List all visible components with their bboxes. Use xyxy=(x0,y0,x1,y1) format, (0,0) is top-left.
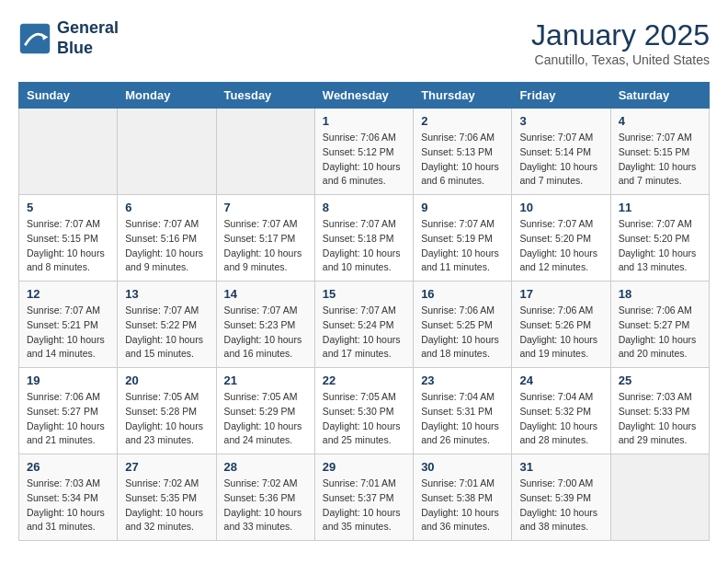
calendar-cell: 11Sunrise: 7:07 AM Sunset: 5:20 PM Dayli… xyxy=(610,195,709,282)
day-info: Sunrise: 7:05 AM Sunset: 5:28 PM Dayligh… xyxy=(125,390,208,448)
day-number: 28 xyxy=(224,460,307,474)
day-info: Sunrise: 7:07 AM Sunset: 5:16 PM Dayligh… xyxy=(125,217,208,275)
day-number: 17 xyxy=(519,287,602,301)
day-info: Sunrise: 7:06 AM Sunset: 5:26 PM Dayligh… xyxy=(519,304,602,362)
calendar-table: SundayMondayTuesdayWednesdayThursdayFrid… xyxy=(18,82,710,541)
day-info: Sunrise: 7:05 AM Sunset: 5:30 PM Dayligh… xyxy=(323,390,405,448)
calendar-cell: 31Sunrise: 7:00 AM Sunset: 5:39 PM Dayli… xyxy=(512,454,610,541)
calendar-week-1: 1Sunrise: 7:06 AM Sunset: 5:12 PM Daylig… xyxy=(19,109,710,195)
calendar-cell: 2Sunrise: 7:06 AM Sunset: 5:13 PM Daylig… xyxy=(414,109,512,195)
day-info: Sunrise: 7:01 AM Sunset: 5:37 PM Dayligh… xyxy=(323,477,405,534)
calendar-cell xyxy=(19,109,118,195)
calendar-cell: 18Sunrise: 7:06 AM Sunset: 5:27 PM Dayli… xyxy=(610,282,709,368)
day-number: 2 xyxy=(421,114,504,128)
day-info: Sunrise: 7:02 AM Sunset: 5:35 PM Dayligh… xyxy=(125,477,208,534)
day-number: 1 xyxy=(323,114,405,128)
day-info: Sunrise: 7:07 AM Sunset: 5:20 PM Dayligh… xyxy=(619,217,701,275)
calendar-week-5: 26Sunrise: 7:03 AM Sunset: 5:34 PM Dayli… xyxy=(19,454,710,541)
day-number: 22 xyxy=(323,373,405,387)
day-info: Sunrise: 7:02 AM Sunset: 5:36 PM Dayligh… xyxy=(224,477,307,534)
weekday-header-saturday: Saturday xyxy=(610,83,709,109)
weekday-header-tuesday: Tuesday xyxy=(216,83,314,109)
calendar-cell: 13Sunrise: 7:07 AM Sunset: 5:22 PM Dayli… xyxy=(118,282,216,368)
day-number: 27 xyxy=(125,460,208,474)
calendar-subtitle: Canutillo, Texas, United States xyxy=(531,52,710,67)
day-info: Sunrise: 7:07 AM Sunset: 5:22 PM Dayligh… xyxy=(125,304,208,362)
logo-icon xyxy=(18,22,51,55)
weekday-header-row: SundayMondayTuesdayWednesdayThursdayFrid… xyxy=(19,83,710,109)
day-info: Sunrise: 7:07 AM Sunset: 5:23 PM Dayligh… xyxy=(224,304,307,362)
logo-line2: Blue xyxy=(57,39,119,59)
calendar-week-3: 12Sunrise: 7:07 AM Sunset: 5:21 PM Dayli… xyxy=(19,282,710,368)
calendar-title: January 2025 xyxy=(531,18,710,52)
day-info: Sunrise: 7:07 AM Sunset: 5:17 PM Dayligh… xyxy=(224,217,307,275)
day-info: Sunrise: 7:04 AM Sunset: 5:31 PM Dayligh… xyxy=(421,390,504,448)
calendar-cell: 20Sunrise: 7:05 AM Sunset: 5:28 PM Dayli… xyxy=(118,368,216,454)
day-info: Sunrise: 7:07 AM Sunset: 5:24 PM Dayligh… xyxy=(323,304,405,362)
day-info: Sunrise: 7:03 AM Sunset: 5:34 PM Dayligh… xyxy=(27,477,109,534)
calendar-cell: 8Sunrise: 7:07 AM Sunset: 5:18 PM Daylig… xyxy=(314,195,413,282)
calendar-cell: 12Sunrise: 7:07 AM Sunset: 5:21 PM Dayli… xyxy=(19,282,118,368)
day-number: 4 xyxy=(619,114,701,128)
day-number: 25 xyxy=(619,373,701,387)
day-info: Sunrise: 7:04 AM Sunset: 5:32 PM Dayligh… xyxy=(519,390,602,448)
day-number: 31 xyxy=(519,460,602,474)
calendar-cell: 25Sunrise: 7:03 AM Sunset: 5:33 PM Dayli… xyxy=(610,368,709,454)
day-number: 23 xyxy=(421,373,504,387)
day-info: Sunrise: 7:06 AM Sunset: 5:25 PM Dayligh… xyxy=(421,304,504,362)
logo: General Blue xyxy=(18,18,119,58)
day-number: 7 xyxy=(224,201,307,214)
page-header: General Blue January 2025 Canutillo, Tex… xyxy=(18,18,710,67)
day-info: Sunrise: 7:07 AM Sunset: 5:20 PM Dayligh… xyxy=(519,217,602,275)
day-number: 20 xyxy=(125,373,208,387)
day-number: 12 xyxy=(27,287,109,301)
day-number: 29 xyxy=(323,460,405,474)
day-number: 5 xyxy=(27,201,109,214)
day-info: Sunrise: 7:00 AM Sunset: 5:39 PM Dayligh… xyxy=(519,477,602,534)
calendar-cell: 7Sunrise: 7:07 AM Sunset: 5:17 PM Daylig… xyxy=(216,195,314,282)
calendar-cell: 26Sunrise: 7:03 AM Sunset: 5:34 PM Dayli… xyxy=(19,454,118,541)
day-number: 14 xyxy=(224,287,307,301)
calendar-cell: 29Sunrise: 7:01 AM Sunset: 5:37 PM Dayli… xyxy=(314,454,413,541)
day-number: 15 xyxy=(323,287,405,301)
weekday-header-thursday: Thursday xyxy=(414,83,512,109)
calendar-cell: 9Sunrise: 7:07 AM Sunset: 5:19 PM Daylig… xyxy=(414,195,512,282)
day-number: 24 xyxy=(519,373,602,387)
weekday-header-monday: Monday xyxy=(118,83,216,109)
day-number: 30 xyxy=(421,460,504,474)
calendar-cell: 22Sunrise: 7:05 AM Sunset: 5:30 PM Dayli… xyxy=(314,368,413,454)
day-info: Sunrise: 7:06 AM Sunset: 5:27 PM Dayligh… xyxy=(619,304,701,362)
calendar-cell: 27Sunrise: 7:02 AM Sunset: 5:35 PM Dayli… xyxy=(118,454,216,541)
day-info: Sunrise: 7:05 AM Sunset: 5:29 PM Dayligh… xyxy=(224,390,307,448)
calendar-cell: 23Sunrise: 7:04 AM Sunset: 5:31 PM Dayli… xyxy=(414,368,512,454)
day-number: 26 xyxy=(27,460,109,474)
calendar-cell: 28Sunrise: 7:02 AM Sunset: 5:36 PM Dayli… xyxy=(216,454,314,541)
day-info: Sunrise: 7:07 AM Sunset: 5:15 PM Dayligh… xyxy=(27,217,109,275)
calendar-cell: 15Sunrise: 7:07 AM Sunset: 5:24 PM Dayli… xyxy=(314,282,413,368)
weekday-header-wednesday: Wednesday xyxy=(314,83,413,109)
calendar-cell: 21Sunrise: 7:05 AM Sunset: 5:29 PM Dayli… xyxy=(216,368,314,454)
day-info: Sunrise: 7:07 AM Sunset: 5:18 PM Dayligh… xyxy=(323,217,405,275)
day-info: Sunrise: 7:06 AM Sunset: 5:13 PM Dayligh… xyxy=(421,131,504,189)
calendar-cell: 19Sunrise: 7:06 AM Sunset: 5:27 PM Dayli… xyxy=(19,368,118,454)
day-number: 16 xyxy=(421,287,504,301)
day-info: Sunrise: 7:07 AM Sunset: 5:19 PM Dayligh… xyxy=(421,217,504,275)
day-info: Sunrise: 7:06 AM Sunset: 5:12 PM Dayligh… xyxy=(323,131,405,189)
day-number: 3 xyxy=(519,114,602,128)
calendar-cell xyxy=(610,454,709,541)
day-number: 10 xyxy=(519,201,602,214)
calendar-cell: 24Sunrise: 7:04 AM Sunset: 5:32 PM Dayli… xyxy=(512,368,610,454)
day-info: Sunrise: 7:01 AM Sunset: 5:38 PM Dayligh… xyxy=(421,477,504,534)
day-number: 19 xyxy=(27,373,109,387)
title-block: January 2025 Canutillo, Texas, United St… xyxy=(531,18,710,67)
logo-line1: General xyxy=(57,18,119,39)
calendar-cell: 14Sunrise: 7:07 AM Sunset: 5:23 PM Dayli… xyxy=(216,282,314,368)
logo-text: General Blue xyxy=(57,18,119,58)
calendar-cell: 3Sunrise: 7:07 AM Sunset: 5:14 PM Daylig… xyxy=(512,109,610,195)
calendar-week-4: 19Sunrise: 7:06 AM Sunset: 5:27 PM Dayli… xyxy=(19,368,710,454)
calendar-cell: 30Sunrise: 7:01 AM Sunset: 5:38 PM Dayli… xyxy=(414,454,512,541)
day-number: 9 xyxy=(421,201,504,214)
calendar-cell: 6Sunrise: 7:07 AM Sunset: 5:16 PM Daylig… xyxy=(118,195,216,282)
calendar-cell: 10Sunrise: 7:07 AM Sunset: 5:20 PM Dayli… xyxy=(512,195,610,282)
calendar-cell xyxy=(118,109,216,195)
